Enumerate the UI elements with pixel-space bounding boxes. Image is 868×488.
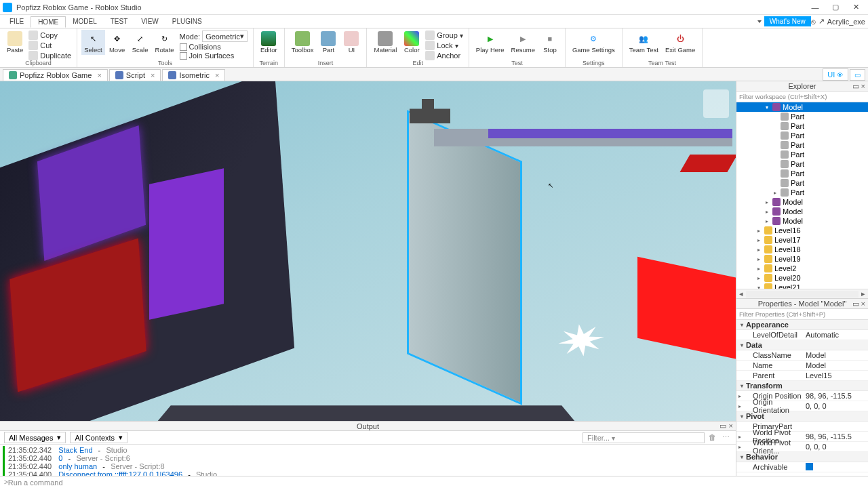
close-icon[interactable]: ×: [729, 422, 733, 430]
color-button[interactable]: Color: [401, 30, 422, 55]
anchor-button[interactable]: Anchor: [425, 51, 463, 60]
tree-node-level18[interactable]: ▸Level18: [736, 245, 868, 254]
tree-node-model[interactable]: ▸Model: [736, 216, 868, 226]
explorer-filter-input[interactable]: Filter workspace (Ctrl+Shift+X): [736, 92, 868, 102]
tree-node-level16[interactable]: ▸Level16: [736, 226, 868, 235]
whats-new-button[interactable]: What's New: [764, 16, 811, 26]
prop-row[interactable]: ClassNameModel: [736, 350, 868, 361]
collisions-toggle[interactable]: Collisions: [180, 43, 248, 51]
close-button[interactable]: ✕: [846, 1, 865, 14]
tree-node-part[interactable]: Part: [736, 159, 868, 169]
properties-filter-input[interactable]: Filter Properties (Ctrl+Shift+P): [736, 309, 868, 320]
cut-button[interactable]: Cut: [28, 41, 71, 50]
menu-view[interactable]: VIEW: [134, 16, 165, 26]
collapse-ribbon-icon[interactable]: [757, 20, 762, 23]
group-edit-label: Edit: [367, 60, 468, 66]
exit-game-button[interactable]: ⏻Exit Game: [663, 30, 698, 55]
maximize-button[interactable]: ▢: [826, 1, 845, 14]
tab-isometric[interactable]: Isometric×: [162, 69, 225, 81]
device-toggle[interactable]: ▭: [850, 69, 865, 81]
copy-button[interactable]: Copy: [28, 30, 71, 40]
menu-model[interactable]: MODEL: [66, 16, 104, 26]
tree-node-part[interactable]: Part: [736, 131, 868, 140]
tree-node-model[interactable]: ▸Model: [736, 207, 868, 216]
tree-node-part[interactable]: Part: [736, 140, 868, 150]
prop-row[interactable]: Archivable: [736, 462, 868, 472]
menu-home[interactable]: HOME: [31, 16, 66, 28]
tree-node-level20[interactable]: ▸Level20: [736, 273, 868, 283]
menu-plugins[interactable]: PLUGINS: [165, 16, 209, 26]
tree-node-part[interactable]: Part: [736, 121, 868, 131]
user-menu[interactable]: ⎋↗Acrylic_exe: [811, 17, 865, 26]
contexts-filter-dropdown[interactable]: All Contexts▾: [70, 432, 127, 443]
minimize-button[interactable]: —: [806, 1, 825, 14]
lock-button[interactable]: Lock ▾: [425, 41, 463, 50]
mode-dropdown[interactable]: Mode:Geometric▾: [180, 30, 248, 42]
prop-row[interactable]: LevelOfDetailAutomatic: [736, 330, 868, 340]
explorer-hscroll[interactable]: ◂▸: [736, 289, 868, 298]
more-icon[interactable]: ⋯: [722, 433, 732, 443]
tree-node-part[interactable]: Part: [736, 112, 868, 121]
undock-icon[interactable]: ▭: [719, 422, 726, 430]
tree-node-level17[interactable]: ▸Level17: [736, 235, 868, 245]
menu-test[interactable]: TEST: [104, 16, 135, 26]
tree-node-model[interactable]: ▾Model: [736, 102, 868, 112]
terrain-editor-button[interactable]: Editor: [258, 30, 280, 55]
prop-row[interactable]: ▸World Pivot Orient...0, 0, 0: [736, 442, 868, 452]
explorer-tree[interactable]: ▾ModelPartPartPartPartPartPartPartPart▸P…: [736, 102, 868, 289]
duplicate-button[interactable]: Duplicate: [28, 51, 71, 60]
part-button[interactable]: Part: [317, 30, 339, 55]
resume-button[interactable]: ▶Resume: [509, 30, 538, 55]
join-surfaces-toggle[interactable]: Join Surfaces: [180, 52, 248, 60]
properties-header: Properties - Model "Model"▭×: [736, 299, 868, 309]
ribbon: Paste Copy Cut Duplicate Clipboard ↖Sele…: [0, 28, 868, 68]
group-settings-label: Settings: [566, 60, 622, 66]
tree-node-part[interactable]: Part: [736, 178, 868, 188]
move-button[interactable]: ✥Move: [106, 30, 128, 55]
close-icon[interactable]: ×: [151, 71, 155, 79]
rotate-button[interactable]: ↻Rotate: [153, 30, 177, 55]
viewport[interactable]: ✷ ↖: [0, 81, 736, 421]
close-icon[interactable]: ×: [215, 71, 219, 79]
messages-filter-dropdown[interactable]: All Messages▾: [4, 432, 66, 443]
material-button[interactable]: Material: [371, 30, 399, 55]
tree-node-level21[interactable]: ▾Level21: [736, 283, 868, 289]
tree-node-model[interactable]: ▸Model: [736, 197, 868, 207]
prop-row[interactable]: NameModel: [736, 361, 868, 371]
tree-node-level19[interactable]: ▸Level19: [736, 254, 868, 264]
menu-file[interactable]: FILE: [3, 16, 31, 26]
prop-row[interactable]: ▸Origin Orientation0, 0, 0: [736, 401, 868, 411]
prop-category[interactable]: ▾Appearance: [736, 320, 868, 330]
game-settings-button[interactable]: ⚙Game Settings: [570, 30, 618, 55]
tree-node-level2[interactable]: ▸Level2: [736, 264, 868, 273]
tree-node-part[interactable]: Part: [736, 150, 868, 159]
tree-node-part[interactable]: Part: [736, 169, 868, 178]
select-button[interactable]: ↖Select: [81, 30, 104, 55]
close-icon[interactable]: ×: [861, 82, 865, 91]
team-test-button[interactable]: 👥Team Test: [627, 30, 661, 55]
prop-row[interactable]: ParentLevel15: [736, 371, 868, 381]
tree-node-part[interactable]: ▸Part: [736, 188, 868, 197]
output-filter-input[interactable]: Filter... ▾: [583, 432, 705, 443]
tab-script[interactable]: Script×: [109, 69, 161, 81]
play-button[interactable]: ▶Play Here: [473, 30, 507, 55]
delete-icon[interactable]: 🗑: [709, 433, 718, 443]
undock-icon[interactable]: ▭: [852, 300, 859, 308]
tab-game[interactable]: Popfizz Roblox Game×: [3, 69, 108, 81]
view-selector-widget[interactable]: [703, 89, 729, 118]
close-icon[interactable]: ×: [97, 71, 101, 79]
scale-button[interactable]: ⤢Scale: [130, 30, 151, 55]
prop-category[interactable]: ▾Transform: [736, 381, 868, 391]
undock-icon[interactable]: ▭: [852, 82, 859, 91]
output-log[interactable]: 21:35:02.342 Stack End - Studio21:35:02.…: [0, 445, 736, 476]
close-icon[interactable]: ×: [861, 300, 865, 308]
properties-grid[interactable]: ▾AppearanceLevelOfDetailAutomatic▾DataCl…: [736, 320, 868, 476]
stop-button[interactable]: ■Stop: [539, 30, 561, 55]
prop-category[interactable]: ▾Data: [736, 340, 868, 350]
command-input[interactable]: > Run a command: [0, 476, 868, 488]
toolbox-button[interactable]: Toolbox: [289, 30, 317, 55]
paste-button[interactable]: Paste: [4, 30, 26, 55]
ui-button[interactable]: UI: [340, 30, 362, 55]
ui-toggle[interactable]: UI 👁: [823, 68, 848, 81]
group-button[interactable]: Group ▾: [425, 30, 463, 40]
